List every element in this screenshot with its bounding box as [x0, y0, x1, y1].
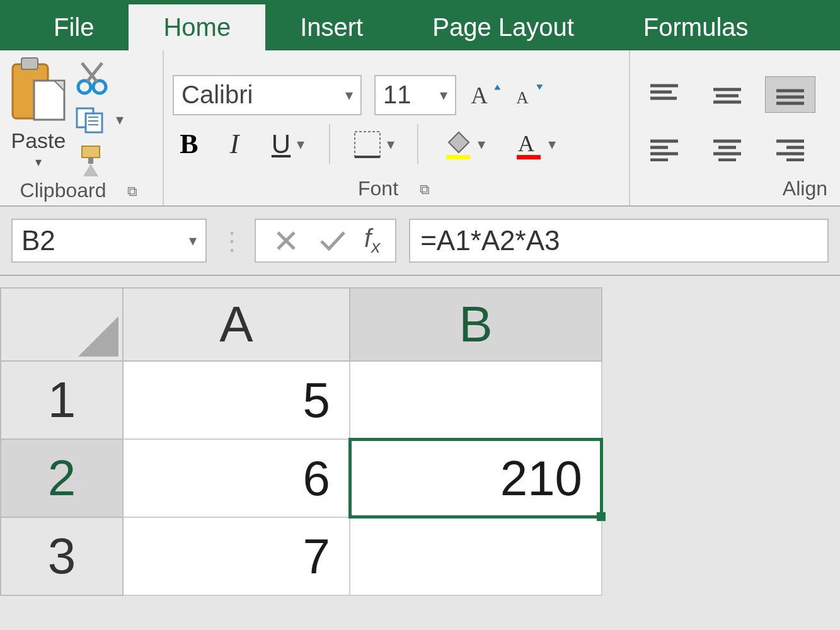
cancel-formula-button[interactable] — [271, 226, 301, 256]
group-label-clipboard: Clipboard — [20, 179, 106, 202]
formula-value: =A1*A2*A3 — [420, 225, 560, 256]
svg-rect-23 — [517, 155, 541, 159]
grow-font-button[interactable]: A — [469, 79, 502, 112]
formula-bar-area: B2 ▾ ⋮ fx =A1*A2*A3 — [0, 207, 840, 276]
group-clipboard: Paste ▾ — [0, 50, 164, 205]
cell-B2[interactable]: 210 — [350, 439, 602, 517]
font-launcher[interactable]: ⧉ — [420, 181, 435, 197]
copy-dropdown[interactable]: ▾ — [116, 111, 124, 129]
svg-marker-16 — [494, 84, 500, 89]
chevron-down-icon: ▾ — [345, 86, 353, 104]
cut-button[interactable] — [74, 60, 124, 96]
svg-rect-1 — [21, 58, 38, 69]
bold-button[interactable]: B — [173, 128, 205, 161]
column-header-B[interactable]: B — [350, 288, 602, 361]
fill-color-button[interactable]: ▾ — [435, 128, 493, 161]
borders-button[interactable]: ▾ — [347, 128, 401, 161]
cell-A3[interactable]: 7 — [123, 517, 350, 595]
divider — [329, 124, 330, 164]
tab-home[interactable]: Home — [129, 4, 265, 50]
group-alignment: Align — [630, 50, 840, 205]
cell-A1[interactable]: 5 — [123, 361, 350, 439]
formula-input[interactable]: =A1*A2*A3 — [409, 219, 829, 263]
shrink-font-button[interactable]: A — [514, 79, 547, 112]
clipboard-launcher[interactable]: ⧉ — [127, 183, 142, 198]
svg-point-5 — [93, 81, 106, 93]
copy-button[interactable]: ▾ — [74, 106, 124, 134]
tab-formulas[interactable]: Formulas — [609, 4, 783, 50]
svg-text:A: A — [518, 131, 534, 156]
group-label-align: Align — [783, 177, 827, 200]
paste-icon[interactable] — [9, 55, 68, 125]
svg-marker-18 — [536, 84, 543, 89]
tab-page-layout[interactable]: Page Layout — [398, 4, 609, 50]
grip-icon: ⋮ — [219, 226, 242, 255]
name-box[interactable]: B2 ▾ — [11, 219, 207, 263]
spreadsheet-grid: A B 1 5 2 6 210 3 7 — [0, 287, 602, 596]
svg-rect-9 — [86, 113, 102, 132]
row-header-1[interactable]: 1 — [1, 361, 123, 439]
tab-insert[interactable]: Insert — [265, 4, 398, 50]
paste-dropdown[interactable]: ▾ — [35, 154, 42, 169]
chevron-down-icon: ▾ — [297, 135, 304, 153]
ribbon-tabs: File Home Insert Page Layout Formulas — [0, 0, 840, 50]
italic-button[interactable]: I — [218, 128, 251, 161]
chevron-down-icon: ▾ — [478, 135, 485, 153]
group-font: Calibri ▾ 11 ▾ A — [164, 50, 630, 205]
sheet-area: A B 1 5 2 6 210 3 7 — [0, 276, 840, 596]
format-painter-button[interactable] — [74, 144, 124, 179]
align-center-button[interactable] — [702, 130, 752, 167]
align-middle-button[interactable] — [702, 76, 752, 113]
svg-rect-13 — [82, 146, 100, 158]
paste-label[interactable]: Paste — [11, 129, 66, 153]
font-name-combo[interactable]: Calibri ▾ — [173, 75, 362, 115]
align-right-button[interactable] — [765, 130, 815, 167]
divider — [417, 124, 418, 164]
row-header-3[interactable]: 3 — [1, 517, 123, 595]
cell-A2[interactable]: 6 — [123, 439, 350, 517]
chevron-down-icon: ▾ — [189, 232, 197, 249]
chevron-down-icon: ▾ — [548, 135, 556, 153]
formula-edit-buttons: fx — [255, 219, 396, 263]
column-header-A[interactable]: A — [123, 288, 350, 361]
svg-rect-21 — [446, 155, 470, 159]
align-top-button[interactable] — [639, 76, 689, 113]
font-size-value: 11 — [383, 81, 411, 109]
row-header-2[interactable]: 2 — [1, 439, 123, 517]
align-left-button[interactable] — [639, 130, 689, 167]
font-color-button[interactable]: A ▾ — [505, 128, 563, 161]
ribbon-body: Paste ▾ — [0, 50, 840, 207]
name-box-value: B2 — [21, 225, 55, 256]
enter-formula-button[interactable] — [318, 226, 348, 256]
svg-rect-19 — [355, 132, 380, 157]
underline-button[interactable]: U ▾ — [263, 128, 313, 161]
select-all-corner[interactable] — [1, 288, 123, 361]
align-bottom-button[interactable] — [765, 76, 815, 113]
tab-file[interactable]: File — [19, 4, 129, 50]
svg-text:A: A — [516, 88, 529, 107]
svg-rect-14 — [88, 158, 93, 164]
cell-B1[interactable] — [350, 361, 602, 439]
font-size-combo[interactable]: 11 ▾ — [374, 75, 456, 115]
font-name-value: Calibri — [181, 81, 253, 109]
group-label-font: Font — [358, 177, 398, 200]
svg-text:A: A — [471, 83, 488, 108]
chevron-down-icon: ▾ — [440, 86, 447, 104]
cell-B3[interactable] — [350, 517, 602, 595]
fx-icon[interactable]: fx — [364, 224, 380, 257]
svg-point-4 — [78, 81, 91, 93]
chevron-down-icon: ▾ — [387, 135, 394, 153]
